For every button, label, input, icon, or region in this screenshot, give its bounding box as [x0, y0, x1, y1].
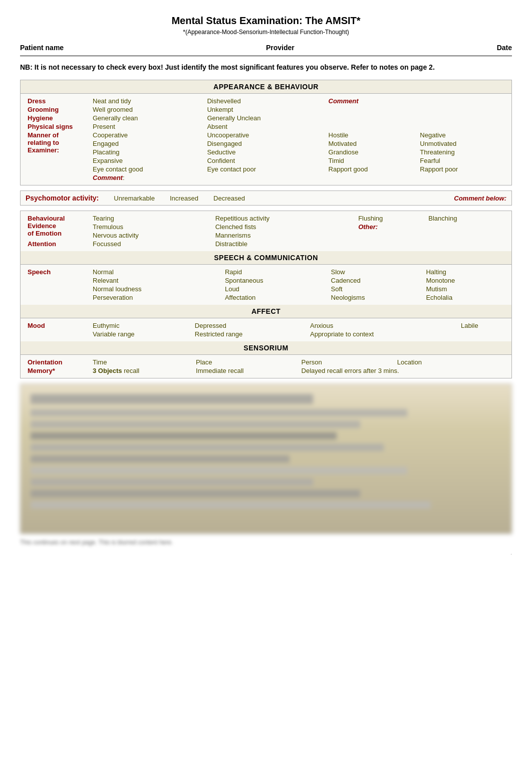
table-row: Attention Focussed Distractible	[26, 240, 506, 248]
table-row: Orientation Time Place Person Location	[26, 358, 506, 366]
patient-name-label: Patient name	[20, 44, 64, 52]
dress-val1: Neat and tidy	[91, 97, 205, 105]
sp-val3: Slow	[329, 268, 424, 276]
manner-col1-r1: Cooperative	[91, 131, 205, 139]
mood-val2: Depressed	[193, 321, 308, 330]
physical-val3	[327, 122, 418, 131]
manner-col3-r2: Motivated	[327, 139, 418, 148]
sp-val16: Echolalia	[424, 293, 506, 302]
manner-col3-r3: Grandiose	[327, 148, 418, 156]
beh-val1: Tearing	[91, 214, 213, 223]
patient-info-row: Patient name Provider Date	[20, 44, 512, 56]
behavioural-table: BehaviouralEvidenceof Emotion Tearing Re…	[26, 214, 506, 248]
psychomotor-comment: Comment below:	[454, 194, 506, 202]
speech-label: Speech	[26, 268, 91, 302]
grooming-val2: Unkempt	[205, 105, 326, 114]
affect-table: Mood Euthymic Depressed Anxious Labile V…	[26, 321, 506, 338]
mood-label: Mood	[26, 321, 91, 338]
mood-val1: Euthymic	[91, 321, 193, 330]
speech-header: SPEECH & COMMUNICATION	[21, 251, 511, 265]
manner-col2-r3: Seductive	[205, 148, 326, 156]
manner-col1-r4: Expansive	[91, 156, 205, 165]
manner-col4-r4: Fearful	[418, 156, 506, 165]
psychomotor-decreased: Decreased	[213, 194, 245, 202]
mood-val5: Variable range	[91, 330, 193, 338]
mem-val3: Delayed recall errors after 3 mins.	[300, 366, 506, 375]
manner-col2-r1: Uncooperative	[205, 131, 326, 139]
dress-val2: Dishevelled	[205, 97, 326, 105]
grooming-label: Grooming	[26, 105, 91, 114]
sp-val13: Perseveration	[91, 293, 223, 302]
manner-col3-r1: Hostile	[327, 131, 418, 139]
manner-col1-r2: Engaged	[91, 139, 205, 148]
table-row: Variable range Restricted range Appropri…	[26, 330, 506, 338]
mood-val3: Anxious	[308, 321, 459, 330]
manner-col3-r5: Rapport good	[327, 165, 418, 173]
beh-val5: Tremulous	[91, 223, 213, 231]
manner-col4-r5: Rapport poor	[418, 165, 506, 173]
hygiene-val2: Generally Unclean	[205, 114, 326, 122]
beh-val3: Flushing	[356, 214, 426, 223]
table-row: Normal loudness Loud Soft Mutism	[26, 285, 506, 293]
appearance-section: APPEARANCE & BEHAVIOUR Dress Neat and ti…	[20, 80, 512, 185]
instructions: NB: It is not necessary to check every b…	[20, 62, 512, 73]
table-row: Hygiene Generally clean Generally Unclea…	[26, 114, 506, 122]
manner-col4-r2: Unmotivated	[418, 139, 506, 148]
psychomotor-label: Psychomotor activity:	[26, 194, 99, 202]
beh-other: Other:	[356, 223, 426, 231]
manner-col4-r1: Negative	[418, 131, 506, 139]
blurred-footer: This continues on next page. This is blu…	[20, 539, 512, 546]
table-row: Perseveration Affectation Neologisms Ech…	[26, 293, 506, 302]
table-row: Engaged Disengaged Motivated Unmotivated	[26, 139, 506, 148]
manner-col1-r5: Eye contact good	[91, 165, 205, 173]
mood-val4: Labile	[459, 321, 506, 330]
sp-val9: Normal loudness	[91, 285, 223, 293]
sensorium-table: Orientation Time Place Person Location M…	[26, 358, 506, 375]
dress-label: Dress	[26, 97, 91, 105]
sp-val5: Relevant	[91, 276, 223, 285]
page-title: Mental Status Examination: The AMSIT*	[20, 15, 512, 27]
table-row: Speech Normal Rapid Slow Halting	[26, 268, 506, 276]
comment-row-label	[26, 173, 91, 182]
manner-col1-r3: Placating	[91, 148, 205, 156]
blurred-content	[20, 383, 512, 534]
date-label: Date	[497, 44, 512, 52]
sp-val2: Rapid	[223, 268, 329, 276]
physical-val1: Present	[91, 122, 205, 131]
psychomotor-section: Psychomotor activity: Unremarkable Incre…	[20, 190, 512, 206]
physical-val4	[418, 122, 506, 131]
memory-label: Memory*	[26, 366, 91, 375]
table-row: Expansive Confident Timid Fearful	[26, 156, 506, 165]
psychomotor-unremarkable: Unremarkable	[114, 194, 155, 202]
dress-val4	[418, 97, 506, 105]
behavioural-label: BehaviouralEvidenceof Emotion	[26, 214, 91, 240]
appearance-header: APPEARANCE & BEHAVIOUR	[21, 80, 511, 94]
mood-val7: Appropriate to context	[308, 330, 459, 338]
sensorium-header: SENSORIUM	[21, 341, 511, 355]
comment-text: Comment:	[91, 173, 506, 182]
sp-val15: Neologisms	[329, 293, 424, 302]
table-row: Grooming Well groomed Unkempt	[26, 105, 506, 114]
hygiene-val4	[418, 114, 506, 122]
behavioural-section: BehaviouralEvidenceof Emotion Tearing Re…	[20, 211, 512, 378]
orientation-label: Orientation	[26, 358, 91, 366]
sp-val12: Mutism	[424, 285, 506, 293]
affect-header: AFFECT	[21, 305, 511, 318]
att-val1: Focussed	[91, 240, 213, 248]
sp-val11: Soft	[329, 285, 424, 293]
beh-val2: Repetitious activity	[213, 214, 356, 223]
att-val4	[426, 240, 506, 248]
table-row: Nervous activity Mannerisms	[26, 231, 506, 240]
speech-table: Speech Normal Rapid Slow Halting Relevan…	[26, 268, 506, 302]
comment-label-cell: Comment	[327, 97, 418, 105]
table-row: Physical signs Present Absent	[26, 122, 506, 131]
sp-val14: Affectation	[223, 293, 329, 302]
manner-label: Manner ofrelating toExaminer:	[26, 131, 91, 173]
manner-col2-r4: Confident	[205, 156, 326, 165]
beh-val11	[356, 231, 426, 240]
mem-val1: 3 Objects recall	[91, 366, 194, 375]
manner-col2-r5: Eye contact poor	[205, 165, 326, 173]
provider-label: Provider	[266, 44, 295, 52]
beh-val10: Mannerisms	[213, 231, 356, 240]
mood-val8	[459, 330, 506, 338]
